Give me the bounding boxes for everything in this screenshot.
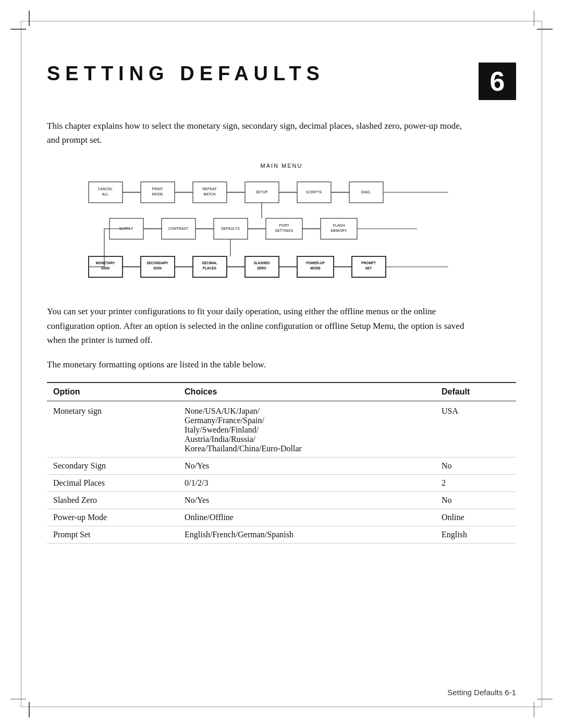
table-header-row: Option Choices Default — [47, 382, 516, 401]
chapter-number: 6 — [479, 63, 516, 100]
svg-text:BATCH: BATCH — [203, 192, 215, 196]
table-row: Power-up ModeOnline/OfflineOnline — [47, 509, 516, 526]
svg-text:SET: SET — [365, 266, 372, 270]
table-cell-default: No — [435, 492, 516, 509]
svg-text:MODE: MODE — [310, 266, 321, 270]
table-cell-choices: No/Yes — [178, 458, 435, 475]
col-header-choices: Choices — [178, 382, 435, 401]
chapter-header: SETTING DEFAULTS 6 — [47, 63, 516, 100]
table-cell-option: Secondary Sign — [47, 458, 178, 475]
tick-mark — [29, 10, 30, 26]
chapter-title: SETTING DEFAULTS — [47, 63, 479, 85]
svg-text:POWER-UP: POWER-UP — [306, 261, 325, 265]
table-cell-choices: 0/1/2/3 — [178, 475, 435, 492]
table-cell-option: Power-up Mode — [47, 509, 178, 526]
svg-text:SCRIPTS: SCRIPTS — [306, 190, 322, 194]
table-cell-default: No — [435, 458, 516, 475]
intro-text: This chapter explains how to select the … — [47, 119, 474, 147]
diagram-svg: CANCEL ALL PRINT MODE REPEAT BATCH SETUP… — [83, 174, 480, 289]
tick-mark — [534, 10, 535, 26]
tick-mark — [537, 29, 553, 30]
table-cell-default: 2 — [435, 475, 516, 492]
col-header-default: Default — [435, 382, 516, 401]
svg-text:CONTRAST: CONTRAST — [168, 227, 189, 230]
svg-text:FLASH: FLASH — [333, 224, 345, 227]
table-cell-choices: None/USA/UK/Japan/Germany/France/Spain/I… — [178, 401, 435, 458]
svg-text:SETUP: SETUP — [255, 190, 268, 194]
tick-mark — [10, 29, 26, 30]
table-cell-default: English — [435, 526, 516, 544]
table-cell-option: Monetary sign — [47, 401, 178, 458]
col-header-option: Option — [47, 382, 178, 401]
svg-text:ZERO: ZERO — [257, 266, 266, 270]
svg-text:PROMPT: PROMPT — [361, 261, 376, 265]
menu-diagram: MAIN MENU CANCEL ALL PRINT MODE REPEAT B… — [47, 163, 516, 289]
svg-text:DEFAULTS: DEFAULTS — [221, 227, 240, 230]
table-cell-option: Slashed Zero — [47, 492, 178, 509]
table-cell-choices: English/French/German/Spanish — [178, 526, 435, 544]
svg-text:MODE: MODE — [152, 192, 163, 196]
body-paragraph-2: The monetary formatting options are list… — [47, 357, 474, 372]
svg-text:SLASHED: SLASHED — [253, 261, 270, 265]
menu-label: MAIN MENU — [261, 163, 303, 169]
table-cell-default: Online — [435, 509, 516, 526]
svg-text:PRINT: PRINT — [152, 187, 164, 191]
table-cell-choices: Online/Offline — [178, 509, 435, 526]
svg-text:SECONDARY: SECONDARY — [146, 261, 168, 265]
table-row: Slashed ZeroNo/YesNo — [47, 492, 516, 509]
svg-text:SETTINGS: SETTINGS — [275, 229, 293, 232]
tick-mark — [29, 702, 30, 718]
table-cell-option: Prompt Set — [47, 526, 178, 544]
svg-text:DIAG.: DIAG. — [361, 190, 371, 194]
body-paragraph-1: You can set your printer configurations … — [47, 304, 474, 347]
svg-text:DECIMAL: DECIMAL — [202, 261, 217, 265]
footer-text: Setting Defaults 6-1 — [447, 688, 516, 697]
table-row: Prompt SetEnglish/French/German/SpanishE… — [47, 526, 516, 544]
svg-text:MEMORY: MEMORY — [331, 229, 347, 232]
tick-mark — [537, 699, 553, 700]
table-cell-option: Decimal Places — [47, 475, 178, 492]
table-row: Monetary signNone/USA/UK/Japan/Germany/F… — [47, 401, 516, 458]
footer: Setting Defaults 6-1 — [447, 688, 516, 697]
svg-text:CANCEL: CANCEL — [98, 187, 113, 191]
tick-mark — [10, 699, 26, 700]
options-table: Option Choices Default Monetary signNone… — [47, 382, 516, 544]
svg-text:REPEAT: REPEAT — [202, 187, 217, 191]
svg-text:SIGN: SIGN — [153, 266, 162, 270]
table-cell-default: USA — [435, 401, 516, 458]
svg-text:ALL: ALL — [102, 192, 109, 196]
table-row: Secondary SignNo/YesNo — [47, 458, 516, 475]
table-cell-choices: No/Yes — [178, 492, 435, 509]
svg-text:MONETARY: MONETARY — [96, 261, 115, 265]
table-row: Decimal Places0/1/2/32 — [47, 475, 516, 492]
svg-text:PLACES: PLACES — [203, 266, 217, 270]
tick-mark — [534, 702, 535, 718]
svg-text:PORT: PORT — [279, 224, 289, 227]
